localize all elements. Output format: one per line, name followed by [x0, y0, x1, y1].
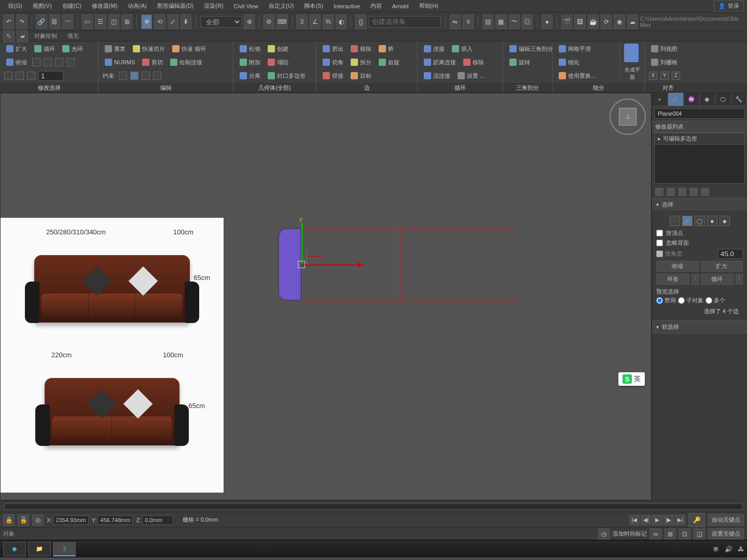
- toggle-ribbon-button[interactable]: ▦: [495, 15, 506, 29]
- render-activeshade-button[interactable]: ◉: [614, 15, 625, 29]
- ribbon-label-modify-select[interactable]: 修改选择: [0, 83, 99, 92]
- nav-2-button[interactable]: ⊡: [679, 528, 690, 540]
- constraint-face[interactable]: [142, 72, 150, 80]
- curve-editor-button[interactable]: 〜: [509, 15, 520, 29]
- subobj-border[interactable]: ◯: [695, 216, 705, 226]
- taskbar-explorer[interactable]: 📁: [28, 542, 51, 556]
- remove-loop-button[interactable]: 移除: [461, 58, 486, 67]
- use-displacement-button[interactable]: 使用置换…: [557, 71, 599, 81]
- link-button[interactable]: 🔗: [36, 15, 47, 29]
- modsel-2[interactable]: [44, 58, 52, 66]
- ring-spinner[interactable]: :: [691, 274, 699, 285]
- undo-button[interactable]: ↶: [3, 15, 14, 29]
- expand-icon[interactable]: ▸: [658, 135, 661, 142]
- timeline[interactable]: [0, 500, 747, 512]
- attach-button[interactable]: 附加: [238, 58, 262, 67]
- show-end-result-button[interactable]: [667, 188, 675, 196]
- ribbon-label-loops[interactable]: 循环: [418, 83, 503, 92]
- menu-arnold[interactable]: Arnold: [387, 3, 414, 9]
- modifier-stack[interactable]: ▸ 可编辑多边形: [654, 133, 745, 184]
- quickslice-button[interactable]: 快速切片: [131, 44, 167, 54]
- fill-button[interactable]: ▰: [17, 31, 28, 42]
- sel-lock-toggle[interactable]: 🔓: [18, 514, 29, 526]
- material-editor-button[interactable]: ●: [542, 15, 552, 29]
- goto-start-button[interactable]: |◀: [629, 515, 640, 525]
- menu-help[interactable]: 帮助(H): [414, 2, 444, 10]
- modsel-6[interactable]: [16, 72, 24, 80]
- render-setup-button[interactable]: 🎬: [561, 15, 572, 29]
- ref-coord-system-dropdown[interactable]: 全部: [200, 16, 242, 27]
- loop-settings-button[interactable]: 设置 …: [455, 71, 488, 81]
- insert-loop-button[interactable]: 插入: [450, 44, 475, 54]
- subobj-edge[interactable]: ／: [682, 216, 693, 226]
- add-time-tag-label[interactable]: 添加时间标记: [613, 530, 647, 538]
- schematic-view-button[interactable]: ⿻: [522, 15, 533, 29]
- create-button[interactable]: 创建: [266, 44, 290, 54]
- align-button[interactable]: ≡: [463, 15, 474, 29]
- quickloop-button[interactable]: 快速 循环: [170, 44, 208, 54]
- x-coord-field[interactable]: 2354.93mm: [53, 515, 88, 525]
- constraint-none[interactable]: [119, 72, 127, 80]
- align-y[interactable]: Y: [660, 72, 669, 80]
- hierarchy-tab[interactable]: ♒: [684, 93, 700, 106]
- modsel-4[interactable]: [66, 58, 75, 66]
- login-button[interactable]: 👤 登录: [714, 1, 744, 11]
- modsel-7[interactable]: [27, 72, 35, 80]
- rotate-tri-button[interactable]: 旋转: [507, 58, 532, 67]
- dist-connect-button[interactable]: 距离连接: [422, 58, 458, 67]
- menu-interactive[interactable]: Interactive: [328, 3, 365, 9]
- y-coord-field[interactable]: 456.748mm: [98, 515, 133, 525]
- menu-customize[interactable]: 自定义(U): [264, 2, 299, 10]
- menu-view[interactable]: 视图(V): [27, 2, 57, 10]
- menu-content[interactable]: 内容: [365, 2, 387, 10]
- ribbon-label-edit[interactable]: 编辑: [99, 83, 233, 92]
- modsel-1[interactable]: [32, 58, 40, 66]
- ime-indicator[interactable]: S 英: [618, 372, 645, 386]
- collapse-button[interactable]: 塌陷: [266, 58, 290, 67]
- by-angle-spinner[interactable]: [718, 249, 743, 259]
- gizmo-plane-xy[interactable]: [307, 249, 322, 264]
- spin-button[interactable]: 自旋: [377, 58, 402, 67]
- edit-tri-button[interactable]: 编辑三角剖分: [507, 44, 555, 54]
- viewcube[interactable]: 上: [610, 99, 646, 135]
- timeline-track[interactable]: [4, 503, 743, 510]
- utilities-tab[interactable]: 🔧: [731, 93, 748, 106]
- gizmo-center[interactable]: [298, 261, 305, 268]
- z-coord-field[interactable]: 0.0mm: [142, 515, 173, 525]
- select-by-name-button[interactable]: ☰: [95, 15, 106, 29]
- time-tag-button[interactable]: ◷: [598, 528, 610, 540]
- create-tab[interactable]: ＋: [652, 93, 668, 106]
- taskbar-app-1[interactable]: ◉: [3, 542, 26, 556]
- unlink-button[interactable]: ⛓: [49, 15, 60, 29]
- grow-button[interactable]: 扩大: [4, 44, 29, 54]
- display-tab[interactable]: 🖵: [715, 93, 731, 106]
- shrink-sel-button[interactable]: 收缩: [656, 261, 699, 272]
- next-frame-button[interactable]: |▶: [663, 515, 674, 525]
- nav-1-button[interactable]: ⊞: [665, 528, 676, 540]
- manipulate-button[interactable]: ⚙: [264, 15, 274, 29]
- subobj-element[interactable]: ◆: [720, 216, 730, 226]
- align-x[interactable]: X: [649, 72, 657, 80]
- weld-button[interactable]: 焊接: [321, 71, 345, 81]
- key-mode-button[interactable]: 🔑: [688, 513, 705, 527]
- viewport[interactable]: 上 250/280/310/340cm 100cm 65cm 55 60 46 …: [0, 93, 652, 500]
- subobj-polygon[interactable]: ■: [707, 216, 717, 226]
- tray-volume-icon[interactable]: 🔊: [725, 545, 732, 553]
- repeat-button[interactable]: 重复: [103, 44, 128, 54]
- align-grid-button[interactable]: 到栅格: [649, 58, 680, 67]
- target-weld-button[interactable]: 目标: [349, 71, 374, 81]
- sel-lock-button[interactable]: 🔒: [3, 514, 15, 526]
- ribbon-label-edges[interactable]: 边: [316, 83, 418, 92]
- chamfer-button[interactable]: 切角: [321, 58, 345, 67]
- auto-key-button[interactable]: 自动关键点: [708, 514, 744, 526]
- ribbon-label-align[interactable]: 对齐: [645, 83, 691, 92]
- flow-connect-button[interactable]: 流连接: [422, 71, 452, 81]
- loop-spinner[interactable]: :: [736, 274, 743, 285]
- select-object-button[interactable]: ▭: [82, 15, 93, 29]
- menu-scripting[interactable]: 脚本(S): [299, 2, 328, 10]
- bridge-button[interactable]: 桥: [377, 44, 396, 54]
- menu-group[interactable]: 组(G): [3, 2, 27, 10]
- keyboard-shortcut-button[interactable]: ⌨: [276, 15, 287, 29]
- modsel-3[interactable]: [55, 58, 63, 66]
- gizmo-axis-x[interactable]: [301, 264, 364, 265]
